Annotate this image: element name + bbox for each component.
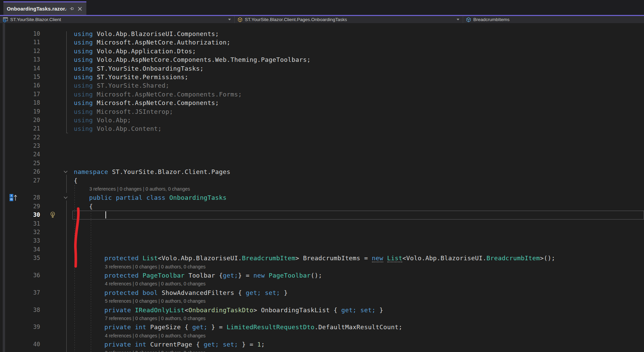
line-number: 33 [0,236,40,245]
codelens-references[interactable]: 3 references | 0 changes | 0 authors, 0 … [0,349,644,352]
code-line[interactable]: 19using Microsoft.JSInterop; [0,107,644,116]
code-line[interactable]: 11using Microsoft.AspNetCore.Authorizati… [0,38,644,47]
code-line[interactable]: 24 [0,150,644,159]
code-line[interactable]: 15using ST.YourSite.Permissions; [0,73,644,81]
code-line[interactable]: 26namespace ST.YourSite.Blazor.Client.Pa… [0,168,644,176]
code-line[interactable]: 40 private int CurrentPage { get; set; }… [0,340,644,349]
codelens-references[interactable]: 5 references | 0 changes | 0 authors, 0 … [0,297,644,305]
breadcrumb-member-dropdown[interactable]: BreadcrumbItems [463,16,644,23]
code-text: protected List<Volo.Abp.BlazoriseUI.Brea… [0,254,644,262]
code-line[interactable]: 17using Microsoft.AspNetCore.Components.… [0,90,644,99]
code-text: using ST.YourSite.OnboardingTasks; [0,64,644,73]
line-number: 23 [0,142,40,150]
codelens-line[interactable]: 4 references | 0 changes | 0 authors, 0 … [0,332,644,340]
collapse-chevron-icon[interactable] [63,195,68,200]
code-line[interactable]: 21using Volo.Abp.Content; [0,124,644,133]
code-line[interactable]: 38 private IReadOnlyList<OnboardingTaskD… [0,306,644,314]
code-line[interactable]: 27{ [0,176,644,185]
quick-actions-lightbulb-icon[interactable] [50,211,56,220]
document-tab[interactable]: OnboardingTasks.razor.cs [3,1,86,15]
codelens-references[interactable]: 4 references | 0 changes | 0 authors, 0 … [0,332,644,340]
codelens-references[interactable]: 3 references | 0 changes | 0 authors, 0 … [0,263,644,271]
code-text: using Microsoft.AspNetCore.Components; [0,99,644,107]
code-text: { [0,176,644,185]
line-number: 29 [0,202,40,211]
tab-title: OnboardingTasks.razor.cs [7,6,67,12]
inheritance-margin-icon[interactable]: IO [10,194,17,201]
code-line[interactable]: 39 private int PageSize { get; } = Limit… [0,323,644,331]
code-line[interactable]: 31 [0,219,644,228]
code-line[interactable]: 20using Volo.Abp; [0,116,644,124]
code-text: private IReadOnlyList<OnboardingTaskDto>… [0,306,644,314]
code-line[interactable]: 34 [0,245,644,254]
vs-window: OnboardingTasks.razor.cs [0,0,644,352]
line-number: 31 [0,219,40,228]
code-line[interactable]: 29 { [0,202,644,211]
codelens-references[interactable]: 4 references | 0 changes | 0 authors, 0 … [0,280,644,288]
pin-icon[interactable] [69,6,75,12]
code-line[interactable]: 32 [0,228,644,236]
code-text: using Volo.Abp.AspNetCore.Components.Web… [0,55,644,64]
codelens-line[interactable]: 4 references | 0 changes | 0 authors, 0 … [0,280,644,288]
code-line[interactable]: 36 protected PageToolbar Toolbar {get;} … [0,271,644,280]
code-line[interactable]: 25 [0,159,644,168]
current-line-highlight [72,211,644,219]
codelens-line[interactable]: 3 references | 0 changes | 0 authors, 0 … [0,263,644,271]
line-number: 34 [0,245,40,254]
line-number: 38 [0,306,40,314]
collapse-chevron-icon[interactable] [63,170,68,174]
code-line[interactable]: 23 [0,142,644,150]
line-number: 11 [0,38,40,47]
code-line[interactable]: 10using Volo.Abp.BlazoriseUI.Components; [0,30,644,38]
code-text: public partial class OnboardingTasks [0,193,644,202]
code-line[interactable]: 37 protected bool ShowAdvancedFilters { … [0,288,644,297]
chevron-down-icon [228,19,231,20]
code-editor[interactable]: 10using Volo.Abp.BlazoriseUI.Components;… [0,23,644,352]
code-text: protected PageToolbar Toolbar {get;} = n… [0,271,644,280]
breadcrumb-type-label: ST.YourSite.Blazor.Client.Pages.Onboardi… [245,17,347,22]
code-line[interactable]: 14using ST.YourSite.OnboardingTasks; [0,64,644,73]
class-icon [237,17,243,22]
close-icon[interactable] [77,6,83,12]
line-number: 36 [0,271,40,280]
breadcrumb-bar: ST.YourSite.Blazor.Client ST.YourSite.Bl… [0,16,644,23]
code-line[interactable]: 18using Microsoft.AspNetCore.Components; [0,99,644,107]
line-number: 25 [0,159,40,168]
breadcrumb-project-dropdown[interactable]: ST.YourSite.Blazor.Client [0,16,235,23]
line-number: 30 [0,211,40,219]
codelens-line[interactable]: 7 references | 0 changes | 0 authors, 0 … [0,314,644,323]
code-line[interactable]: 33 [0,236,644,245]
code-text: namespace ST.YourSite.Blazor.Client.Page… [0,168,644,176]
tab-bar: OnboardingTasks.razor.cs [0,0,644,15]
line-number: 28 [0,193,40,202]
project-icon [3,17,8,22]
code-text: using Microsoft.JSInterop; [0,107,644,116]
code-line[interactable]: 35 protected List<Volo.Abp.BlazoriseUI.B… [0,254,644,262]
code-line[interactable]: 13using Volo.Abp.AspNetCore.Components.W… [0,55,644,64]
line-number: 13 [0,55,40,64]
line-number: 14 [0,64,40,73]
code-text: using ST.YourSite.Shared; [0,81,644,90]
code-line[interactable]: 16using ST.YourSite.Shared; [0,81,644,90]
codelens-references[interactable]: 7 references | 0 changes | 0 authors, 0 … [0,314,644,323]
line-number: 10 [0,30,40,38]
line-number: 22 [0,133,40,142]
code-text: private int PageSize { get; } = LimitedR… [0,323,644,331]
code-line[interactable]: 30 [0,211,644,219]
code-text: using Microsoft.AspNetCore.Components.Fo… [0,90,644,99]
codelens-line[interactable]: 5 references | 0 changes | 0 authors, 0 … [0,297,644,305]
breadcrumb-type-dropdown[interactable]: ST.YourSite.Blazor.Client.Pages.Onboardi… [235,16,463,23]
line-number: 35 [0,254,40,262]
codelens-line[interactable]: 3 references | 0 changes | 0 authors, 0 … [0,349,644,352]
code-line[interactable]: 22 [0,133,644,142]
line-number: 15 [0,73,40,81]
text-caret [105,211,106,218]
line-number: 32 [0,228,40,236]
code-line[interactable]: 12using Volo.Abp.Application.Dtos; [0,47,644,55]
code-text: using Volo.Abp; [0,116,644,124]
codelens-line[interactable]: 3 references | 0 changes | 0 authors, 0 … [0,185,644,193]
breadcrumb-project-label: ST.YourSite.Blazor.Client [10,17,61,22]
codelens-references[interactable]: 3 references | 0 changes | 0 authors, 0 … [0,185,644,193]
code-text: private int CurrentPage { get; set; } = … [0,340,644,349]
code-line[interactable]: 28 public partial class OnboardingTasksI… [0,193,644,202]
